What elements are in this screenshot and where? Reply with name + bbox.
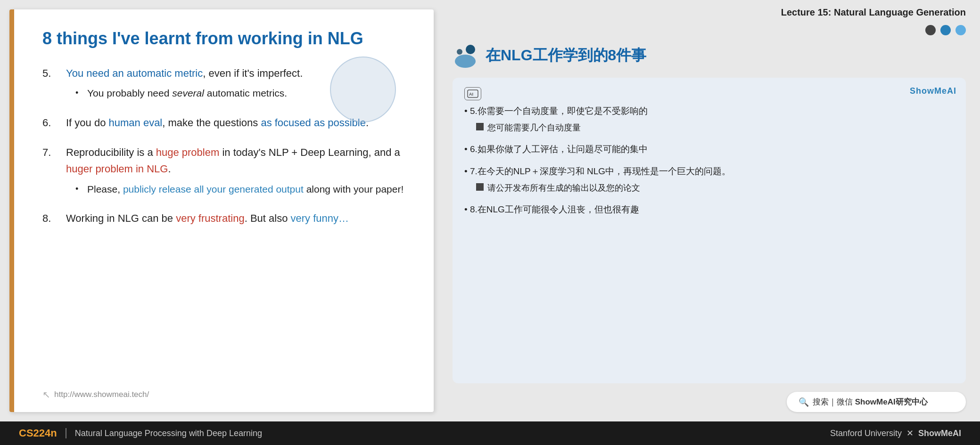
item7-link: publicly release all your generated outp…	[123, 184, 304, 194]
search-icon: 🔍	[799, 397, 809, 407]
cn-sub-3-text: 请公开发布所有生成的输出以及您的论文	[487, 181, 640, 195]
cn-square-1	[476, 123, 484, 130]
item5-blue: You need an automatic metric	[66, 67, 203, 79]
item8-normal2: . But also	[245, 212, 291, 224]
item-num-6: 6.	[42, 114, 66, 131]
item-num-7: 7.	[42, 144, 66, 161]
showmeai-label: ShowMeAI	[910, 86, 956, 96]
search-input-container[interactable]: 🔍 搜索｜微信 ShowMeAI研究中心	[787, 392, 966, 412]
item6-period: .	[366, 117, 369, 129]
item7-red1: huge problem	[156, 146, 220, 158]
bottom-right: Stanford University ✕ ShowMeAI	[830, 428, 961, 438]
item7-normal1: Reproducibility is a	[66, 146, 156, 158]
search-brand: ShowMeAI研究中心	[855, 397, 928, 406]
slide-content: 5. You need an automatic metric, even if…	[42, 65, 410, 227]
item8-red: very frustrating	[176, 212, 245, 224]
showmeai-logo	[453, 42, 478, 68]
divider	[66, 428, 66, 438]
search-bar: 🔍 搜索｜微信 ShowMeAI研究中心	[453, 392, 966, 412]
cn-item-4-text: • 8.在NLG工作可能很令人沮丧，但也很有趣	[464, 204, 639, 214]
item-text-5: You need an automatic metric, even if it…	[66, 65, 410, 101]
course-label: CS224n	[19, 427, 57, 439]
search-text: 搜索｜微信 ShowMeAI研究中心	[813, 396, 928, 407]
bottom-bar: CS224n Natural Language Processing with …	[0, 421, 980, 445]
item8-blue: very funny…	[291, 212, 349, 224]
item6-blue1: human eval	[109, 117, 163, 129]
dot-2	[940, 25, 951, 35]
translation-card: AI ShowMeAI • 5.你需要一个自动度量，即使它是不受影响的 您可能需…	[453, 78, 966, 383]
university-name: Stanford University	[830, 429, 902, 438]
cn-item-1-text: • 5.你需要一个自动度量，即使它是不受影响的	[464, 106, 648, 116]
footer-url[interactable]: http://www.showmeai.tech/	[54, 390, 149, 399]
dot-3	[955, 25, 966, 35]
item-text-7: Reproducibility is a huge problem in tod…	[66, 144, 410, 197]
slide-item-7: 7. Reproducibility is a huge problem in …	[42, 144, 410, 197]
item5-normal: , even if it's imperfect.	[203, 67, 303, 79]
slide-item-5: 5. You need an automatic metric, even if…	[42, 65, 410, 101]
brand-name: ShowMeAI	[918, 429, 961, 438]
slide-title: 8 things I've learnt from working in NLG	[42, 28, 410, 49]
item5-sub: • You probably need several automatic me…	[75, 85, 410, 101]
svg-text:AI: AI	[469, 92, 473, 97]
item7-red2: huger problem in NLG	[66, 163, 168, 175]
item7-sub: • Please, publicly release all your gene…	[75, 181, 410, 197]
item6-normal1: If you do	[66, 117, 109, 129]
slide-footer: ↖ http://www.showmeai.tech/	[42, 389, 149, 400]
main-container: 8 things I've learnt from working in NLG…	[0, 0, 980, 421]
course-subtitle: Natural Language Processing with Deep Le…	[75, 429, 262, 438]
item8-normal1: Working in NLG can be	[66, 212, 176, 224]
item5-sub-text: You probably need several automatic metr…	[87, 85, 287, 101]
lecture-title: Lecture 15: Natural Language Generation	[453, 7, 966, 18]
svg-point-2	[457, 49, 462, 55]
item6-blue2: as focused as possible	[261, 117, 366, 129]
item7-normal2: in today's NLP + Deep Learning, and a	[219, 146, 400, 158]
dot-1	[925, 25, 936, 35]
cn-item-2-text: • 6.如果你做了人工评估，让问题尽可能的集中	[464, 144, 648, 154]
cn-item-2: • 6.如果你做了人工评估，让问题尽可能的集中	[464, 142, 954, 156]
cn-sub-1-text: 您可能需要几个自动度量	[487, 121, 581, 135]
chinese-title: 在NLG工作学到的8件事	[486, 45, 646, 66]
slide-panel: 8 things I've learnt from working in NLG…	[9, 9, 434, 412]
item6-normal2: , make the questions	[162, 117, 261, 129]
item-num-5: 5.	[42, 65, 66, 81]
svg-point-1	[466, 45, 475, 54]
cn-item-3-sub: 请公开发布所有生成的输出以及您的论文	[476, 181, 954, 195]
cn-item-3: • 7.在今天的NLP＋深度学习和 NLG中，再现性是一个巨大的问题。 请公开发…	[464, 164, 954, 195]
cn-item-1-sub: 您可能需要几个自动度量	[476, 121, 954, 135]
item-text-6: If you do human eval, make the questions…	[66, 114, 410, 131]
slide-item-6: 6. If you do human eval, make the questi…	[42, 114, 410, 131]
svg-point-0	[455, 55, 476, 68]
item-text-8: Working in NLG can be very frustrating. …	[66, 210, 410, 227]
bottom-left: CS224n Natural Language Processing with …	[19, 427, 262, 439]
cn-item-4: • 8.在NLG工作可能很令人沮丧，但也很有趣	[464, 202, 954, 217]
cursor-icon: ↖	[42, 389, 50, 400]
cn-square-3	[476, 183, 484, 191]
ai-badge: AI	[464, 87, 481, 100]
cn-item-3-text: • 7.在今天的NLP＋深度学习和 NLG中，再现性是一个巨大的问题。	[464, 166, 731, 176]
item-num-8: 8.	[42, 210, 66, 227]
dots-header	[453, 25, 966, 35]
cn-item-1: • 5.你需要一个自动度量，即使它是不受影响的 您可能需要几个自动度量	[464, 104, 954, 135]
x-mark: ✕	[906, 429, 916, 438]
item7-period: .	[168, 163, 171, 175]
right-panel: Lecture 15: Natural Language Generation …	[434, 0, 980, 421]
chinese-title-row: 在NLG工作学到的8件事	[453, 42, 966, 68]
item7-sub-text: Please, publicly release all your genera…	[87, 181, 404, 197]
slide-item-8: 8. Working in NLG can be very frustratin…	[42, 210, 410, 227]
